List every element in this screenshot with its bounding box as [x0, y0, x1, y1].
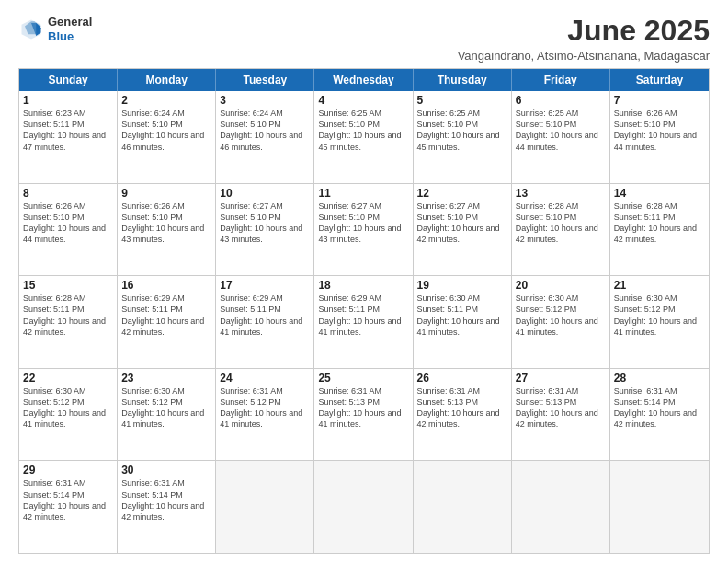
day-info: Sunrise: 6:28 AMSunset: 5:11 PMDaylight:…: [614, 201, 705, 246]
day-info: Sunrise: 6:27 AMSunset: 5:10 PMDaylight:…: [417, 201, 507, 246]
day-info: Sunrise: 6:23 AMSunset: 5:11 PMDaylight:…: [23, 108, 113, 153]
day-info: Sunrise: 6:30 AMSunset: 5:12 PMDaylight:…: [516, 293, 606, 338]
header-day-wednesday: Wednesday: [314, 69, 413, 91]
day-number: 21: [614, 279, 705, 292]
day-info: Sunrise: 6:26 AMSunset: 5:10 PMDaylight:…: [614, 108, 705, 153]
day-number: 20: [516, 279, 606, 292]
day-number: 24: [220, 372, 310, 385]
day-info: Sunrise: 6:25 AMSunset: 5:10 PMDaylight:…: [318, 108, 408, 153]
day-info: Sunrise: 6:24 AMSunset: 5:10 PMDaylight:…: [121, 108, 211, 153]
day-info: Sunrise: 6:30 AMSunset: 5:12 PMDaylight:…: [121, 385, 211, 431]
day-number: 13: [516, 187, 606, 200]
day-number: 8: [23, 187, 113, 200]
header-day-sunday: Sunday: [19, 69, 118, 91]
calendar-cell: 5Sunrise: 6:25 AMSunset: 5:10 PMDaylight…: [414, 91, 512, 183]
calendar-cell: 23Sunrise: 6:30 AMSunset: 5:12 PMDayligh…: [118, 369, 216, 461]
day-number: 5: [417, 94, 507, 107]
day-number: 28: [614, 372, 705, 385]
day-info: Sunrise: 6:30 AMSunset: 5:12 PMDaylight:…: [23, 385, 113, 431]
calendar-cell: [414, 461, 512, 553]
calendar-week-5: 29Sunrise: 6:31 AMSunset: 5:14 PMDayligh…: [19, 461, 709, 553]
day-number: 14: [614, 187, 705, 200]
day-info: Sunrise: 6:31 AMSunset: 5:14 PMDaylight:…: [614, 385, 705, 431]
day-info: Sunrise: 6:31 AMSunset: 5:13 PMDaylight:…: [318, 385, 408, 431]
calendar-cell: [610, 461, 709, 553]
calendar-cell: 29Sunrise: 6:31 AMSunset: 5:14 PMDayligh…: [19, 461, 118, 553]
calendar-cell: 12Sunrise: 6:27 AMSunset: 5:10 PMDayligh…: [414, 184, 512, 276]
day-number: 27: [516, 372, 606, 385]
month-title: June 2025: [458, 15, 710, 47]
day-info: Sunrise: 6:24 AMSunset: 5:10 PMDaylight:…: [220, 108, 310, 153]
calendar-cell: 28Sunrise: 6:31 AMSunset: 5:14 PMDayligh…: [610, 369, 709, 461]
header-day-monday: Monday: [118, 69, 216, 91]
calendar-cell: 21Sunrise: 6:30 AMSunset: 5:12 PMDayligh…: [610, 276, 709, 368]
day-number: 22: [23, 372, 113, 385]
calendar-cell: 24Sunrise: 6:31 AMSunset: 5:12 PMDayligh…: [216, 369, 314, 461]
day-info: Sunrise: 6:29 AMSunset: 5:11 PMDaylight:…: [220, 293, 310, 338]
calendar-cell: 18Sunrise: 6:29 AMSunset: 5:11 PMDayligh…: [314, 276, 413, 368]
calendar-cell: 6Sunrise: 6:25 AMSunset: 5:10 PMDaylight…: [512, 91, 610, 183]
day-info: Sunrise: 6:27 AMSunset: 5:10 PMDaylight:…: [220, 201, 310, 246]
calendar-cell: 13Sunrise: 6:28 AMSunset: 5:10 PMDayligh…: [512, 184, 610, 276]
day-number: 6: [516, 94, 606, 107]
day-info: Sunrise: 6:28 AMSunset: 5:10 PMDaylight:…: [516, 201, 606, 246]
day-info: Sunrise: 6:30 AMSunset: 5:12 PMDaylight:…: [614, 293, 705, 338]
calendar-cell: 19Sunrise: 6:30 AMSunset: 5:11 PMDayligh…: [414, 276, 512, 368]
logo-text: General Blue: [48, 15, 92, 43]
calendar-cell: [512, 461, 610, 553]
calendar: SundayMondayTuesdayWednesdayThursdayFrid…: [18, 68, 710, 554]
day-info: Sunrise: 6:30 AMSunset: 5:11 PMDaylight:…: [417, 293, 507, 338]
calendar-cell: [314, 461, 413, 553]
calendar-cell: 2Sunrise: 6:24 AMSunset: 5:10 PMDaylight…: [118, 91, 216, 183]
calendar-week-4: 22Sunrise: 6:30 AMSunset: 5:12 PMDayligh…: [19, 369, 709, 462]
day-info: Sunrise: 6:31 AMSunset: 5:13 PMDaylight:…: [516, 385, 606, 431]
calendar-week-3: 15Sunrise: 6:28 AMSunset: 5:11 PMDayligh…: [19, 276, 709, 369]
day-number: 18: [318, 279, 408, 292]
calendar-cell: [216, 461, 314, 553]
header-day-thursday: Thursday: [414, 69, 512, 91]
calendar-cell: 20Sunrise: 6:30 AMSunset: 5:12 PMDayligh…: [512, 276, 610, 368]
calendar-cell: 30Sunrise: 6:31 AMSunset: 5:14 PMDayligh…: [118, 461, 216, 553]
day-number: 7: [614, 94, 705, 107]
day-info: Sunrise: 6:26 AMSunset: 5:10 PMDaylight:…: [121, 201, 211, 246]
calendar-cell: 9Sunrise: 6:26 AMSunset: 5:10 PMDaylight…: [118, 184, 216, 276]
calendar-cell: 25Sunrise: 6:31 AMSunset: 5:13 PMDayligh…: [314, 369, 413, 461]
title-section: June 2025 Vangaindrano, Atsimo-Atsinanan…: [458, 15, 710, 63]
calendar-cell: 22Sunrise: 6:30 AMSunset: 5:12 PMDayligh…: [19, 369, 118, 461]
day-number: 19: [417, 279, 507, 292]
day-number: 30: [121, 464, 211, 477]
day-number: 29: [23, 464, 113, 477]
header-day-saturday: Saturday: [610, 69, 709, 91]
calendar-cell: 27Sunrise: 6:31 AMSunset: 5:13 PMDayligh…: [512, 369, 610, 461]
day-number: 12: [417, 187, 507, 200]
day-number: 15: [23, 279, 113, 292]
day-info: Sunrise: 6:31 AMSunset: 5:12 PMDaylight:…: [220, 385, 310, 431]
calendar-cell: 16Sunrise: 6:29 AMSunset: 5:11 PMDayligh…: [118, 276, 216, 368]
calendar-cell: 26Sunrise: 6:31 AMSunset: 5:13 PMDayligh…: [414, 369, 512, 461]
day-number: 16: [121, 279, 211, 292]
calendar-body: 1Sunrise: 6:23 AMSunset: 5:11 PMDaylight…: [19, 91, 709, 553]
day-info: Sunrise: 6:27 AMSunset: 5:10 PMDaylight:…: [318, 201, 408, 246]
logo-icon: [18, 17, 44, 42]
calendar-cell: 4Sunrise: 6:25 AMSunset: 5:10 PMDaylight…: [314, 91, 413, 183]
calendar-cell: 10Sunrise: 6:27 AMSunset: 5:10 PMDayligh…: [216, 184, 314, 276]
header-day-friday: Friday: [512, 69, 610, 91]
day-number: 25: [318, 372, 408, 385]
day-info: Sunrise: 6:25 AMSunset: 5:10 PMDaylight:…: [417, 108, 507, 153]
day-number: 1: [23, 94, 113, 107]
day-info: Sunrise: 6:25 AMSunset: 5:10 PMDaylight:…: [516, 108, 606, 153]
calendar-cell: 7Sunrise: 6:26 AMSunset: 5:10 PMDaylight…: [610, 91, 709, 183]
calendar-cell: 8Sunrise: 6:26 AMSunset: 5:10 PMDaylight…: [19, 184, 118, 276]
page-header: General Blue June 2025 Vangaindrano, Ats…: [18, 15, 710, 63]
calendar-cell: 15Sunrise: 6:28 AMSunset: 5:11 PMDayligh…: [19, 276, 118, 368]
day-info: Sunrise: 6:31 AMSunset: 5:14 PMDaylight:…: [23, 477, 113, 523]
day-number: 10: [220, 187, 310, 200]
calendar-cell: 17Sunrise: 6:29 AMSunset: 5:11 PMDayligh…: [216, 276, 314, 368]
day-number: 26: [417, 372, 507, 385]
calendar-header: SundayMondayTuesdayWednesdayThursdayFrid…: [19, 69, 709, 91]
day-number: 3: [220, 94, 310, 107]
calendar-cell: 1Sunrise: 6:23 AMSunset: 5:11 PMDaylight…: [19, 91, 118, 183]
logo-blue: Blue: [48, 29, 92, 44]
day-number: 11: [318, 187, 408, 200]
day-number: 23: [121, 372, 211, 385]
